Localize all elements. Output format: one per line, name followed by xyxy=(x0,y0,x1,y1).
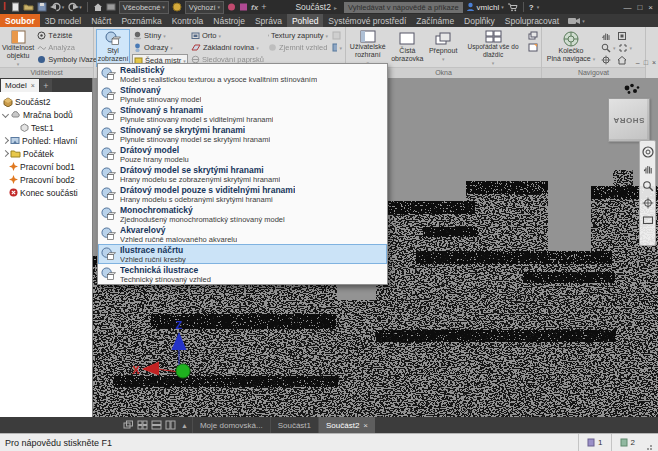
screen-record-button[interactable]: ▾ xyxy=(564,14,589,27)
pan-icon[interactable] xyxy=(642,163,654,175)
tab-spolupracovat[interactable]: Spolupracovat xyxy=(500,14,564,27)
base-plane-button[interactable]: Základní rovina▾ xyxy=(190,42,265,53)
appearance-extra-1-button[interactable] xyxy=(331,30,343,41)
tab-soubor[interactable]: Soubor xyxy=(0,14,40,27)
maximize-button[interactable]: □ xyxy=(637,3,642,12)
menu-item-ilustrace-nacrtu[interactable]: Ilustrace náčrtuVzhled ruční kresby xyxy=(98,244,387,264)
menu-item-dratovy-model[interactable]: Drátový modelPouze hrany modelu xyxy=(98,144,387,164)
browser-tab-model[interactable]: Model× xyxy=(1,79,39,92)
user-account[interactable]: vmichl ▾ xyxy=(466,2,504,12)
cascade-documents-icon[interactable] xyxy=(123,420,134,430)
browser-add-tab[interactable]: + xyxy=(40,79,52,92)
save-icon[interactable] xyxy=(37,1,47,13)
close-button[interactable]: × xyxy=(648,3,653,12)
look-at-icon[interactable] xyxy=(642,214,654,226)
reflections-button[interactable]: Odrazy▾ xyxy=(132,42,188,53)
doc-tab-close-icon[interactable]: × xyxy=(363,421,368,430)
steering-wheel-icon[interactable] xyxy=(642,146,654,158)
cart-icon[interactable] xyxy=(507,1,518,13)
tile-vertical-icon[interactable] xyxy=(165,420,176,430)
add-qat-icon[interactable]: + xyxy=(261,2,266,12)
new-window-button[interactable] xyxy=(527,42,539,53)
doc-minimize-button[interactable]: – xyxy=(636,59,640,66)
app-logo-icon[interactable]: I xyxy=(3,2,6,12)
zoom-icon[interactable] xyxy=(642,180,654,192)
cascade-windows-button[interactable] xyxy=(527,30,539,41)
browser-tab-close-icon[interactable]: × xyxy=(31,82,35,89)
color-sphere-icon[interactable] xyxy=(172,1,182,13)
zoom-all-icon[interactable] xyxy=(617,31,627,41)
tree-node-pracovni-bod2[interactable]: Pracovní bod2 xyxy=(0,173,92,186)
display-style-button[interactable]: Styl zobrazení ▾ xyxy=(96,29,130,67)
center-of-gravity-button[interactable]: Těžiště xyxy=(36,30,102,41)
tile-all-button[interactable]: Uspořádat vše do dlaždic▾ xyxy=(461,29,525,67)
shadows-button[interactable]: Stíny▾ xyxy=(132,30,188,41)
tree-node-konec-soucasti[interactable]: Konec součásti xyxy=(0,186,92,199)
clean-screen-button[interactable]: Čistá obrazovka xyxy=(389,29,425,67)
capture-icon[interactable] xyxy=(106,1,116,13)
zoom-icon[interactable] xyxy=(601,43,611,53)
analysis-button[interactable]: Analýza xyxy=(36,42,102,53)
ortho-button[interactable]: Orto▾ xyxy=(190,30,265,41)
viewcube[interactable]: SHORA xyxy=(608,98,650,142)
fx-parameters-icon[interactable]: fx xyxy=(251,3,258,12)
tree-node-mracna-bodu[interactable]: Mračna bodů xyxy=(0,108,92,121)
tab-zaciname[interactable]: Začínáme xyxy=(411,14,459,27)
appearance-select[interactable]: Výchozí▾ xyxy=(185,1,224,14)
expand-icon[interactable] xyxy=(2,111,9,118)
tree-node-pohled-hlavni[interactable]: Pohled: Hlavní xyxy=(0,134,92,147)
menu-item-akvarelovy[interactable]: AkvarelovýVzhled ručně malovaného akvare… xyxy=(98,224,387,244)
help-icon[interactable]: ? xyxy=(529,1,534,13)
doc-tab-soucast2[interactable]: Součást2× xyxy=(318,417,375,433)
tab-systemove-prostredi[interactable]: Systémové prostředí xyxy=(323,14,411,27)
tab-doplnky[interactable]: Doplňky xyxy=(459,14,500,27)
resize-grip[interactable] xyxy=(643,441,653,451)
search-input[interactable]: Vyhledávat v nápovědě a příkaze xyxy=(344,2,463,13)
tree-node-test1[interactable]: Test:1 xyxy=(0,121,92,134)
redo-icon[interactable]: ▾ xyxy=(67,1,82,13)
collapse-tab-bar-icon[interactable]: ▲ xyxy=(181,422,188,429)
help-caret-icon[interactable]: ▾ xyxy=(537,4,540,10)
minimize-button[interactable]: — xyxy=(623,3,631,12)
orbit-icon[interactable] xyxy=(642,197,654,209)
menu-item-dratovy-se-skrytymi[interactable]: Drátový model se skrytými hranamiHrany m… xyxy=(98,164,387,184)
navigation-wheel-button[interactable]: Kolečko Plná navigace ▾ xyxy=(544,29,598,67)
tree-node-pracovni-bod1[interactable]: Pracovní bod1 xyxy=(0,160,92,173)
home-icon[interactable] xyxy=(93,1,103,13)
orbit-icon[interactable] xyxy=(601,55,611,65)
menu-item-technicka-ilustrace[interactable]: Technická ilustraceTechnický stínovaný v… xyxy=(98,264,387,284)
tile-grid-icon[interactable] xyxy=(137,420,148,430)
new-file-icon[interactable] xyxy=(11,1,20,13)
doc-tab-soucast1[interactable]: Součást1 xyxy=(270,417,318,433)
tree-node-soucast2[interactable]: Součást2 xyxy=(0,95,92,108)
switch-windows-button[interactable]: Přepnout▾ xyxy=(427,29,459,67)
appearance-extra-2-button[interactable]: ▾ xyxy=(331,42,343,53)
tab-pohled[interactable]: Pohled xyxy=(287,14,323,27)
textures-on-button[interactable]: Textury zapnuty▾ xyxy=(267,30,329,41)
tab-kontrola[interactable]: Kontrola xyxy=(167,14,209,27)
user-interface-button[interactable]: Uživatelské rozhraní▾ xyxy=(348,29,387,67)
menu-item-stinovany[interactable]: StínovanýPlynule stínovaný model xyxy=(98,84,387,104)
adjust-b-icon[interactable] xyxy=(239,1,248,13)
home-view-icon[interactable] xyxy=(617,55,627,65)
doc-restore-button[interactable]: □ xyxy=(644,59,648,66)
menu-item-realisticky[interactable]: RealistickýModel s realistickou texturou… xyxy=(98,64,387,84)
pan-icon[interactable] xyxy=(601,31,611,41)
title-expander-icon[interactable]: ▸ xyxy=(334,4,337,11)
adjust-a-icon[interactable] xyxy=(227,1,236,13)
collapse-icon[interactable] xyxy=(2,150,9,157)
tab-poznamka[interactable]: Poznámka xyxy=(116,14,166,27)
menu-item-dratovy-viditelne[interactable]: Drátový model pouze s viditelnými hranam… xyxy=(98,184,387,204)
collapse-icon[interactable] xyxy=(2,137,9,144)
object-visibility-button[interactable]: Viditelnost objektu ▾ xyxy=(2,29,34,67)
tree-node-pocatek[interactable]: Počátek xyxy=(0,147,92,160)
tile-horizontal-icon[interactable] xyxy=(151,420,162,430)
doc-close-button[interactable]: × xyxy=(652,59,656,66)
fit-view-icon[interactable] xyxy=(618,43,628,53)
tab-nastroje[interactable]: Nástroje xyxy=(208,14,250,27)
undo-icon[interactable]: ▾ xyxy=(50,1,65,13)
material-select[interactable]: Všeobecné▾ xyxy=(119,1,169,14)
tab-3d-model[interactable]: 3D model xyxy=(40,14,86,27)
menu-item-stinovany-se-skrytymi-hranami[interactable]: Stínovaný se skrytými hranamiPlynule stí… xyxy=(98,124,387,144)
tab-nacrt[interactable]: Náčrt xyxy=(86,14,116,27)
